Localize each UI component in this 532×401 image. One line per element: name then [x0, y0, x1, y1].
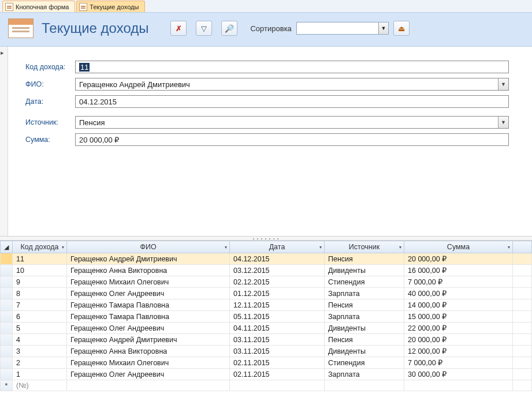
cell-id[interactable]: 7: [13, 299, 67, 311]
cell-id[interactable]: 2: [13, 357, 67, 369]
column-header-fio[interactable]: ФИО▾: [67, 241, 230, 253]
cell-date[interactable]: 03.11.2015: [230, 334, 325, 346]
cell-id[interactable]: 8: [13, 288, 67, 299]
row-selector[interactable]: [1, 346, 13, 357]
cell-source[interactable]: [325, 380, 404, 391]
table-row[interactable]: 10Геращенко Анна Викторовна03.12.2015Див…: [1, 265, 532, 276]
cell-id[interactable]: 5: [13, 323, 67, 334]
row-selector[interactable]: [1, 253, 13, 265]
cell-date[interactable]: 04.12.2015: [230, 253, 325, 265]
cell-source[interactable]: Зарплата: [325, 369, 404, 380]
column-header-sum[interactable]: Сумма▾: [404, 241, 513, 253]
cell-source[interactable]: Дивиденты: [325, 346, 404, 357]
table-row[interactable]: 3Геращенко Анна Викторовна03.11.2015Диви…: [1, 346, 532, 357]
find-button[interactable]: 🔎: [221, 21, 237, 36]
column-header-id[interactable]: Код дохода▾: [13, 241, 67, 253]
row-selector[interactable]: [1, 369, 13, 380]
cell-date[interactable]: [230, 380, 325, 391]
sort-select[interactable]: ▼: [296, 22, 389, 35]
row-selector[interactable]: [1, 311, 13, 323]
cell-date[interactable]: 12.11.2015: [230, 299, 325, 311]
cell-date[interactable]: 05.11.2015: [230, 311, 325, 323]
cell-fio[interactable]: Геращенко Андрей Дмитриевич: [67, 334, 230, 346]
cell-sum[interactable]: 30 000,00 ₽: [404, 369, 513, 380]
cell-id[interactable]: 6: [13, 311, 67, 323]
cell-sum[interactable]: 15 000,00 ₽: [404, 311, 513, 323]
cell-id[interactable]: 3: [13, 346, 67, 357]
field-fio[interactable]: Геращенко Андрей Дмитриевич ▼: [75, 78, 509, 91]
table-row[interactable]: 9Геращенко Михаил Олегович02.12.2015Стип…: [1, 276, 532, 288]
cell-source[interactable]: Пенсия: [325, 299, 404, 311]
table-row[interactable]: 2Геращенко Михаил Олегович02.11.2015Стип…: [1, 357, 532, 369]
cell-sum[interactable]: 40 000,00 ₽: [404, 288, 513, 299]
row-selector[interactable]: [1, 288, 13, 299]
new-record-marker[interactable]: *: [1, 380, 13, 391]
cell-date[interactable]: 02.11.2015: [230, 357, 325, 369]
cell-fio[interactable]: Геращенко Анна Викторовна: [67, 346, 230, 357]
chevron-down-icon[interactable]: ▼: [498, 78, 508, 90]
cell-id[interactable]: 1: [13, 369, 67, 380]
cell-sum[interactable]: 7 000,00 ₽: [404, 357, 513, 369]
clear-filter-button[interactable]: ✗: [170, 21, 187, 36]
cell-source[interactable]: Пенсия: [325, 253, 404, 265]
field-sum[interactable]: 20 000,00 ₽: [75, 133, 509, 146]
cell-source[interactable]: Зарплата: [325, 311, 404, 323]
cell-source[interactable]: Стипендия: [325, 357, 404, 369]
chevron-down-icon[interactable]: ▾: [62, 245, 64, 250]
select-all-corner[interactable]: ◢: [1, 241, 13, 253]
filter-button[interactable]: ▽: [196, 21, 212, 36]
row-selector[interactable]: [1, 265, 13, 276]
cell-fio[interactable]: Геращенко Олег Андреевич: [67, 369, 230, 380]
split-bar[interactable]: • • • • • • •: [0, 236, 532, 241]
chevron-down-icon[interactable]: ▾: [225, 245, 227, 250]
cell-fio[interactable]: [67, 380, 230, 391]
column-header-date[interactable]: Дата▾: [230, 241, 325, 253]
cell-fio[interactable]: Геращенко Тамара Павловна: [67, 311, 230, 323]
table-row[interactable]: 6Геращенко Тамара Павловна05.11.2015Зарп…: [1, 311, 532, 323]
cell-sum[interactable]: 12 000,00 ₽: [404, 346, 513, 357]
cell-fio[interactable]: Геращенко Михаил Олегович: [67, 276, 230, 288]
cell-date[interactable]: 03.12.2015: [230, 265, 325, 276]
cell-sum[interactable]: 7 000,00 ₽: [404, 276, 513, 288]
chevron-down-icon[interactable]: ▼: [498, 117, 508, 128]
field-date[interactable]: 04.12.2015: [75, 95, 509, 108]
row-selector[interactable]: [1, 323, 13, 334]
cell-fio[interactable]: Геращенко Тамара Павловна: [67, 299, 230, 311]
cell-date[interactable]: 02.11.2015: [230, 369, 325, 380]
cell-fio[interactable]: Геращенко Михаил Олегович: [67, 357, 230, 369]
table-row[interactable]: 7Геращенко Тамара Павловна12.11.2015Пенс…: [1, 299, 532, 311]
cell-date[interactable]: 04.11.2015: [230, 323, 325, 334]
record-selector-bar[interactable]: ▸: [0, 47, 8, 236]
cell-sum[interactable]: 22 000,00 ₽: [404, 323, 513, 334]
cell-sum[interactable]: 16 000,00 ₽: [404, 265, 513, 276]
new-record-row[interactable]: *(№): [1, 380, 532, 391]
cell-sum[interactable]: [404, 380, 513, 391]
field-id[interactable]: 11: [75, 61, 509, 73]
chevron-down-icon[interactable]: ▾: [508, 245, 510, 250]
cell-source[interactable]: Стипендия: [325, 276, 404, 288]
cell-source[interactable]: Дивиденты: [325, 265, 404, 276]
cell-fio[interactable]: Геращенко Анна Викторовна: [67, 265, 230, 276]
row-selector[interactable]: [1, 334, 13, 346]
cell-fio[interactable]: Геращенко Олег Андреевич: [67, 288, 230, 299]
row-selector[interactable]: [1, 276, 13, 288]
table-row[interactable]: 8Геращенко Олег Андреевич01.12.2015Зарпл…: [1, 288, 532, 299]
table-row[interactable]: 4Геращенко Андрей Дмитриевич03.11.2015Пе…: [1, 334, 532, 346]
chevron-down-icon[interactable]: ▼: [378, 23, 388, 34]
cell-fio[interactable]: Геращенко Андрей Дмитриевич: [67, 253, 230, 265]
cell-date[interactable]: 01.12.2015: [230, 288, 325, 299]
tab-button-form[interactable]: Кнопочная форма: [2, 1, 75, 12]
cell-date[interactable]: 02.12.2015: [230, 276, 325, 288]
chevron-down-icon[interactable]: ▾: [399, 245, 401, 250]
table-row[interactable]: 11Геращенко Андрей Дмитриевич04.12.2015П…: [1, 253, 532, 265]
row-selector[interactable]: [1, 357, 13, 369]
cell-sum[interactable]: 14 000,00 ₽: [404, 299, 513, 311]
column-header-source[interactable]: Источник▾: [325, 241, 404, 253]
chevron-down-icon[interactable]: ▾: [319, 245, 322, 250]
table-row[interactable]: 1Геращенко Олег Андреевич02.11.2015Зарпл…: [1, 369, 532, 380]
cell-date[interactable]: 03.11.2015: [230, 346, 325, 357]
cell-id[interactable]: 10: [13, 265, 67, 276]
close-form-button[interactable]: ⏏: [393, 21, 410, 36]
cell-source[interactable]: Пенсия: [325, 334, 404, 346]
cell-sum[interactable]: 20 000,00 ₽: [404, 253, 513, 265]
